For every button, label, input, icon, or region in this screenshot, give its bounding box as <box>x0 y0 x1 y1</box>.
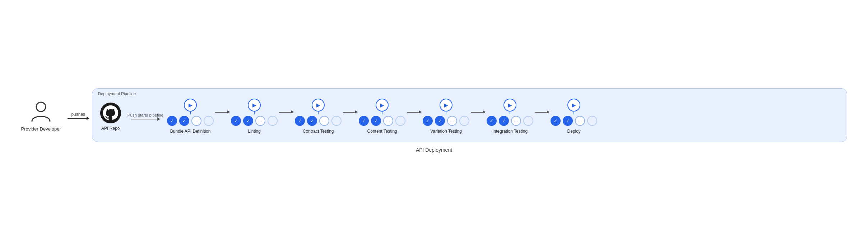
check-node-content-1: ✓ <box>359 116 369 126</box>
connector-5 <box>471 112 485 120</box>
check-node-bundle-2: ✓ <box>179 116 189 126</box>
stage-linting-bottom: ✓ ✓ ··· <box>231 116 278 126</box>
stage-content-nodes: ▶ ✓ ✓ ··· <box>359 99 405 126</box>
github-section: API Repo <box>99 102 122 131</box>
check-node-linting-1: ✓ <box>231 116 241 126</box>
connector-line-2 <box>279 112 293 113</box>
stage-integration-label: Integration Testing <box>492 129 528 134</box>
stage-deploy-bottom: ✓ ✓ ··· <box>551 116 597 126</box>
stage-content-bottom: ✓ ✓ ··· <box>359 116 405 126</box>
empty-node-bundle <box>204 116 214 126</box>
check-node-integration-1: ✓ <box>487 116 497 126</box>
stage-integration-bottom: ✓ ✓ ··· <box>487 116 533 126</box>
pipeline-box: Deployment Pipeline API Repo Push starts… <box>92 88 847 142</box>
check-node-bundle-1: ✓ <box>167 116 177 126</box>
main-container: Provider Developer pushes Deployment Pip… <box>21 88 847 153</box>
check-node-linting-2: ✓ <box>243 116 253 126</box>
check-node-variation-1: ✓ <box>423 116 433 126</box>
connector-line-1 <box>215 112 229 113</box>
github-label: API Repo <box>101 126 120 131</box>
check-node-contract-2: ✓ <box>307 116 317 126</box>
dots-node-contract: ··· <box>319 116 329 126</box>
vert-line-variation <box>446 112 446 114</box>
connector-1 <box>215 112 229 120</box>
stage-contract-top: ▶ <box>312 99 325 112</box>
dots-node-bundle: ··· <box>191 116 201 126</box>
stage-deploy-nodes: ▶ ✓ ✓ ··· <box>551 99 597 126</box>
person-label: Provider Developer <box>21 126 61 132</box>
play-node-integration: ▶ <box>503 99 516 112</box>
play-node-content: ▶ <box>376 99 389 112</box>
check-node-variation-2: ✓ <box>435 116 445 126</box>
play-node-bundle: ▶ <box>184 99 197 112</box>
empty-node-integration <box>523 116 533 126</box>
diagram-row: Provider Developer pushes Deployment Pip… <box>21 88 847 142</box>
connector-3 <box>343 112 357 120</box>
check-node-deploy-2: ✓ <box>563 116 573 126</box>
play-node-variation: ▶ <box>440 99 452 112</box>
person-icon <box>28 99 54 124</box>
check-node-contract-1: ✓ <box>295 116 305 126</box>
empty-node-content <box>395 116 405 126</box>
dots-node-content: ··· <box>383 116 393 126</box>
stage-contract: ▶ ✓ ✓ ··· Contract Testing <box>295 99 342 134</box>
dots-node-variation: ··· <box>447 116 457 126</box>
pushes-label: pushes <box>71 112 85 117</box>
play-node-deploy: ▶ <box>567 99 580 112</box>
person-figure: Provider Developer <box>21 99 61 132</box>
connector-line-3 <box>343 112 357 113</box>
stage-content-label: Content Testing <box>367 129 397 134</box>
dots-node-linting: ··· <box>255 116 265 126</box>
stage-variation-label: Variation Testing <box>430 129 462 134</box>
connector-line-6 <box>535 112 549 113</box>
github-icon <box>99 102 122 124</box>
empty-node-contract <box>331 116 342 126</box>
stage-contract-nodes: ▶ ✓ ✓ ··· <box>295 99 342 126</box>
stage-deploy: ▶ ✓ ✓ ··· Deploy <box>551 99 597 134</box>
empty-node-linting <box>268 116 278 126</box>
stage-bundle-label: Bundle API Definition <box>170 129 211 134</box>
connector-2 <box>279 112 293 120</box>
stage-linting: ▶ ✓ ✓ ··· Linting <box>231 99 278 134</box>
vert-line-deploy <box>574 112 574 114</box>
stage-deploy-top: ▶ <box>567 99 580 112</box>
connector-line-4 <box>407 112 421 113</box>
stage-integration-nodes: ▶ ✓ ✓ ··· <box>487 99 533 126</box>
stage-contract-label: Contract Testing <box>303 129 334 134</box>
stage-variation-nodes: ▶ ✓ ✓ ··· <box>423 99 469 126</box>
pushes-arrow-line <box>68 118 89 119</box>
stage-variation-bottom: ✓ ✓ ··· <box>423 116 469 126</box>
stage-bundle-top: ▶ <box>184 99 197 112</box>
vert-line-integration <box>510 112 510 114</box>
vert-line-content <box>382 112 382 114</box>
push-starts-label: Push starts pipeline <box>127 113 163 117</box>
play-node-contract: ▶ <box>312 99 325 112</box>
stage-linting-label: Linting <box>248 129 260 134</box>
check-node-integration-2: ✓ <box>499 116 509 126</box>
stage-content: ▶ ✓ ✓ ··· Content Testing <box>359 99 405 134</box>
stage-variation: ▶ ✓ ✓ ··· Variation Testing <box>423 99 469 134</box>
stage-deploy-label: Deploy <box>567 129 580 134</box>
empty-node-deploy <box>587 116 597 126</box>
stage-linting-top: ▶ <box>248 99 261 112</box>
empty-node-variation <box>459 116 469 126</box>
pipeline-inner: API Repo Push starts pipeline ▶ <box>99 99 838 134</box>
stage-bundle-bottom: ✓ ✓ ··· <box>167 116 214 126</box>
dots-node-deploy: ··· <box>575 116 585 126</box>
check-node-content-2: ✓ <box>371 116 381 126</box>
play-node-linting: ▶ <box>248 99 261 112</box>
vert-line-contract <box>318 112 319 114</box>
stage-bundle-nodes: ▶ ✓ ✓ ··· <box>167 99 214 126</box>
connector-6 <box>535 112 549 120</box>
check-node-deploy-1: ✓ <box>551 116 561 126</box>
stage-bundle: ▶ ✓ ✓ ··· Bundle API Definition <box>167 99 214 134</box>
connector-4 <box>407 112 421 120</box>
push-arrow-line <box>131 119 160 119</box>
stage-content-top: ▶ <box>376 99 389 112</box>
bottom-caption: API Deployment <box>416 147 452 153</box>
vert-line-linting <box>254 112 255 114</box>
stage-integration: ▶ ✓ ✓ ··· Integration Testing <box>487 99 533 134</box>
pipeline-title: Deployment Pipeline <box>98 91 136 96</box>
stage-variation-top: ▶ <box>440 99 452 112</box>
connector-line-5 <box>471 112 485 113</box>
